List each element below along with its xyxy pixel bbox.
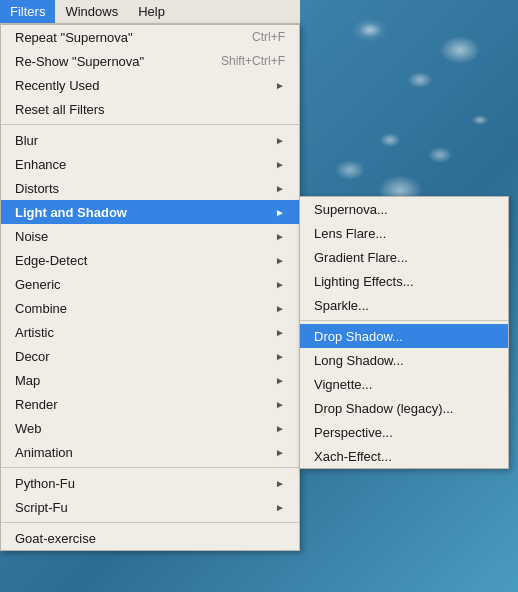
arrow-icon-script-fu: ► xyxy=(275,502,285,513)
arrow-icon-animation: ► xyxy=(275,447,285,458)
arrow-icon-blur: ► xyxy=(275,135,285,146)
menubar-item-windows[interactable]: Windows xyxy=(55,0,128,23)
menu-item-python-fu[interactable]: Python-Fu ► xyxy=(1,471,299,495)
submenu-item-supernova[interactable]: Supernova... xyxy=(300,197,508,221)
submenu-item-long-shadow[interactable]: Long Shadow... xyxy=(300,348,508,372)
menu-item-decor[interactable]: Decor ► xyxy=(1,344,299,368)
arrow-icon-decor: ► xyxy=(275,351,285,362)
menu-item-edge-detect[interactable]: Edge-Detect ► xyxy=(1,248,299,272)
menu-item-repeat[interactable]: Repeat "Supernova" Ctrl+F xyxy=(1,25,299,49)
arrow-icon-map: ► xyxy=(275,375,285,386)
arrow-icon-distorts: ► xyxy=(275,183,285,194)
arrow-icon-light-shadow: ► xyxy=(275,207,285,218)
arrow-icon-noise: ► xyxy=(275,231,285,242)
menu-item-animation[interactable]: Animation ► xyxy=(1,440,299,464)
menu-item-recently-used[interactable]: Recently Used ► xyxy=(1,73,299,97)
separator-1 xyxy=(1,124,299,125)
menu-item-enhance[interactable]: Enhance ► xyxy=(1,152,299,176)
menu-item-artistic[interactable]: Artistic ► xyxy=(1,320,299,344)
menu-item-render[interactable]: Render ► xyxy=(1,392,299,416)
menu-item-reset[interactable]: Reset all Filters xyxy=(1,97,299,121)
arrow-icon-artistic: ► xyxy=(275,327,285,338)
submenu-item-xach-effect[interactable]: Xach-Effect... xyxy=(300,444,508,468)
menu-item-script-fu[interactable]: Script-Fu ► xyxy=(1,495,299,519)
submenu-item-vignette[interactable]: Vignette... xyxy=(300,372,508,396)
arrow-icon-web: ► xyxy=(275,423,285,434)
submenu-item-lens-flare[interactable]: Lens Flare... xyxy=(300,221,508,245)
light-shadow-submenu: Supernova... Lens Flare... Gradient Flar… xyxy=(299,196,509,469)
filters-dropdown: Repeat "Supernova" Ctrl+F Re-Show "Super… xyxy=(0,24,300,551)
menu-item-reshow[interactable]: Re-Show "Supernova" Shift+Ctrl+F xyxy=(1,49,299,73)
menu-item-noise[interactable]: Noise ► xyxy=(1,224,299,248)
arrow-icon-edge-detect: ► xyxy=(275,255,285,266)
arrow-icon-generic: ► xyxy=(275,279,285,290)
separator-3 xyxy=(1,522,299,523)
menubar-label-windows: Windows xyxy=(65,4,118,19)
menubar: Filters Windows Help xyxy=(0,0,300,24)
submenu-item-drop-shadow-legacy[interactable]: Drop Shadow (legacy)... xyxy=(300,396,508,420)
submenu-item-sparkle[interactable]: Sparkle... xyxy=(300,293,508,317)
arrow-icon-combine: ► xyxy=(275,303,285,314)
submenu-item-perspective[interactable]: Perspective... xyxy=(300,420,508,444)
menu-item-distorts[interactable]: Distorts ► xyxy=(1,176,299,200)
menu-item-web[interactable]: Web ► xyxy=(1,416,299,440)
menu-item-blur[interactable]: Blur ► xyxy=(1,128,299,152)
submenu-item-lighting-effects[interactable]: Lighting Effects... xyxy=(300,269,508,293)
menu-item-generic[interactable]: Generic ► xyxy=(1,272,299,296)
submenu-separator-1 xyxy=(300,320,508,321)
menubar-label-filters: Filters xyxy=(10,4,45,19)
arrow-icon-enhance: ► xyxy=(275,159,285,170)
arrow-icon-python-fu: ► xyxy=(275,478,285,489)
separator-2 xyxy=(1,467,299,468)
menu-item-light-shadow[interactable]: Light and Shadow ► xyxy=(1,200,299,224)
menu-item-goat-exercise[interactable]: Goat-exercise xyxy=(1,526,299,550)
arrow-icon-recently-used: ► xyxy=(275,80,285,91)
menubar-label-help: Help xyxy=(138,4,165,19)
menubar-item-filters[interactable]: Filters xyxy=(0,0,55,23)
menu-item-map[interactable]: Map ► xyxy=(1,368,299,392)
submenu-item-gradient-flare[interactable]: Gradient Flare... xyxy=(300,245,508,269)
menu-item-combine[interactable]: Combine ► xyxy=(1,296,299,320)
menubar-item-help[interactable]: Help xyxy=(128,0,175,23)
arrow-icon-render: ► xyxy=(275,399,285,410)
submenu-item-drop-shadow[interactable]: Drop Shadow... xyxy=(300,324,508,348)
